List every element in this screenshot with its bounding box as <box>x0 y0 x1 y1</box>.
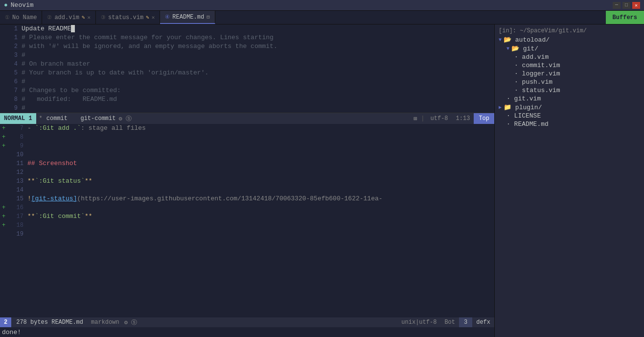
file-icon-logger: · <box>514 70 518 77</box>
tree-label-git: git/ <box>519 45 538 52</box>
sl-winicon: ⊞ <box>412 115 419 122</box>
editor-line: 9 # <box>0 104 494 113</box>
tree-label-logger-vim: logger.vim <box>518 70 560 77</box>
editor-line: + 16 <box>0 203 494 212</box>
editor-line: 2 # with '#' will be ignored, and an emp… <box>0 42 494 51</box>
file-icon-readme: · <box>506 120 510 128</box>
file-icon-push: · <box>514 78 518 86</box>
sl-icons-commit: ⚙ ⓢ <box>116 115 133 123</box>
tree-item-push-vim[interactable]: · push.vim <box>495 78 644 86</box>
editor-line: 14 <box>0 186 494 194</box>
sl-branch-commit: git-commit <box>79 115 116 122</box>
editor-line: 12 <box>0 168 494 177</box>
arrow-open-git-icon: ▼ <box>506 46 509 51</box>
app-title: Neovim <box>11 1 34 9</box>
cmd-output: done! <box>2 329 21 336</box>
file-icon-commit: · <box>514 62 518 69</box>
folder-git-icon: 📂 <box>511 45 519 52</box>
sl-bufnum2: 3 <box>459 317 472 327</box>
tree-label-add-vim: add.vim <box>518 53 549 61</box>
tree-label-autoload: autoload/ <box>511 36 550 44</box>
tree-path: [in]: ~/SpaceVim/git.vim/ <box>495 26 644 35</box>
titlebar: ● Neovim ─ □ ✕ <box>0 0 644 11</box>
tree-item-git-vim[interactable]: · git.vim <box>495 95 644 103</box>
tab-close-2[interactable]: ✕ <box>87 14 91 21</box>
statusline-bottom: 2 278 bytes README.md markdown ⚙ ⓢ unix|… <box>0 317 494 327</box>
tab-status-vim[interactable]: ③ status.vim ✎ ✕ <box>96 11 160 24</box>
file-icon-add: · <box>514 53 518 61</box>
tab-num-4: ④ <box>165 14 170 20</box>
tree-item-status-vim[interactable]: · status.vim <box>495 86 644 95</box>
tabbar: ① No Name ② add.vim ✎ ✕ ③ status.vim ✎ ✕… <box>0 11 644 24</box>
sl-modified: * <box>36 115 46 122</box>
editor-line: 10 <box>0 150 494 159</box>
editor-line: + 9 <box>0 142 494 150</box>
cmdline: done! <box>0 327 494 337</box>
cursor <box>71 25 75 32</box>
editor-line: + 7 - `:Git add .`: stage all files <box>0 124 494 133</box>
close-button[interactable]: ✕ <box>632 2 640 9</box>
tab-label-3: status.vim <box>108 14 143 21</box>
editor-line: + 17 **`:Git commit`** <box>0 212 494 221</box>
sl-bottom-bufnum: 2 <box>0 317 11 327</box>
sl-defx: defx <box>472 319 494 326</box>
buffers-label: Buffers <box>606 11 644 24</box>
editor-line: 5 # Your branch is up to date with 'orig… <box>0 69 494 77</box>
tree-item-commit-vim[interactable]: · commit.vim <box>495 61 644 70</box>
mode-indicator: NORMAL 1 <box>0 113 36 124</box>
sl-filetype: markdown <box>88 319 122 326</box>
tab-num-3: ③ <box>101 14 106 21</box>
tree-label-readme: README.md <box>510 120 549 128</box>
tab-modified-4: ⊟ <box>207 14 210 20</box>
editor-line: 11 ## Screenshot <box>0 159 494 168</box>
tab-num-1: ① <box>5 14 10 21</box>
app-icon: ● <box>4 1 8 9</box>
tab-num-2: ② <box>47 14 52 21</box>
tree-item-license[interactable]: · LICENSE <box>495 112 644 120</box>
editor-line: 4 # On branch master <box>0 60 494 69</box>
sl-unix-encoding: unix|utf-8 <box>397 319 440 326</box>
tab-close-3[interactable]: ✕ <box>152 14 155 21</box>
file-icon-status: · <box>514 87 518 94</box>
maximize-button[interactable]: □ <box>622 2 630 9</box>
tab-add-vim[interactable]: ② add.vim ✎ ✕ <box>42 11 96 24</box>
editor-line: 1 # Please enter the commit message for … <box>0 33 494 42</box>
tree-item-git[interactable]: ▼ 📂 git/ <box>495 44 644 53</box>
editor-line: + 18 <box>0 221 494 230</box>
tree-item-autoload[interactable]: ▼ 📂 autoload/ <box>495 35 644 44</box>
editor-line: 6 # <box>0 77 494 86</box>
tree-item-add-vim[interactable]: · add.vim <box>495 53 644 61</box>
sl-bot: Bot <box>440 319 459 326</box>
arrow-open-icon: ▼ <box>499 37 502 43</box>
file-tree: [in]: ~/SpaceVim/git.vim/ ▼ 📂 autoload/ … <box>494 24 644 337</box>
tab-readme-md[interactable]: ④ README.md ⊟ <box>160 11 215 24</box>
sl-right-commit: ⊞ | utf-8 1:13 Top <box>412 113 494 124</box>
sl-top-commit: Top <box>474 113 494 124</box>
editor-line: 1 Update README <box>0 24 494 33</box>
minimize-button[interactable]: ─ <box>613 2 621 9</box>
commit-editor: 1 Update README 1 # Please enter the com… <box>0 24 494 113</box>
sl-encoding-commit: utf-8 <box>427 115 452 122</box>
editor-line: 8 # modified: README.md <box>0 95 494 104</box>
editor-line: 13 **`:Git status`** <box>0 177 494 186</box>
folder-plugin-icon: 📁 <box>504 103 511 111</box>
file-icon-license: · <box>506 112 510 120</box>
sl-icons-bottom: ⚙ ⓢ <box>122 318 139 327</box>
tree-item-logger-vim[interactable]: · logger.vim <box>495 70 644 78</box>
tree-item-plugin[interactable]: ▶ 📁 plugin/ <box>495 103 644 112</box>
tab-modified-2: ✎ <box>82 14 85 21</box>
arrow-closed-icon: ▶ <box>499 104 502 110</box>
readme-editor: + 7 - `:Git add .`: stage all files + 8 … <box>0 124 494 317</box>
sl-filename-commit: commit <box>46 115 69 122</box>
editor-line: 3 # <box>0 51 494 60</box>
editor-line: 15 ![git-status](https://user-images.git… <box>0 194 494 203</box>
tab-label-1: No Name <box>12 14 37 21</box>
tree-label-plugin: plugin/ <box>511 104 542 111</box>
folder-icon: 📂 <box>504 36 511 44</box>
tab-no-name[interactable]: ① No Name <box>0 11 42 24</box>
editor-line: 19 <box>0 230 494 239</box>
tree-item-readme[interactable]: · README.md <box>495 120 644 128</box>
editor-line: + 8 <box>0 133 494 142</box>
sl-spacer <box>69 115 79 122</box>
editor-line: 7 # Changes to be committed: <box>0 86 494 95</box>
